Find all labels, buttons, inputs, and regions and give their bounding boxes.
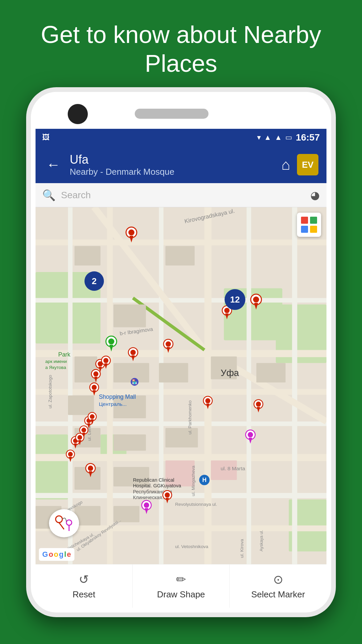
status-left: 🖼 — [42, 133, 50, 142]
search-bar: 🔍 Search ◕ — [36, 183, 326, 207]
app-bar-title: Ufa Nearby - Denmark Mosque — [70, 153, 275, 177]
pin-btm-5[interactable] — [75, 432, 84, 445]
headline: Get to know about Nearby Places — [0, 20, 362, 78]
draw-shape-icon: ✏ — [176, 573, 186, 587]
svg-rect-25 — [114, 305, 146, 327]
reset-button[interactable]: ↺ Reset — [36, 565, 133, 608]
svg-text:ul. Parkhomenko: ul. Parkhomenko — [187, 400, 192, 435]
svg-point-130 — [88, 466, 93, 471]
svg-point-76 — [253, 297, 259, 303]
routes-legend[interactable] — [49, 509, 79, 537]
reset-icon: ↺ — [79, 573, 89, 587]
pin-cluster-c[interactable] — [91, 368, 101, 382]
pin-purple-1[interactable] — [245, 429, 256, 444]
svg-point-127 — [68, 452, 73, 457]
svg-marker-74 — [129, 236, 133, 243]
select-marker-button[interactable]: ⊙ Select Marker — [230, 565, 326, 608]
grid-button[interactable] — [297, 213, 321, 237]
svg-marker-116 — [90, 419, 94, 425]
svg-marker-86 — [131, 355, 135, 361]
svg-point-79 — [224, 308, 230, 313]
svg-rect-19 — [247, 207, 251, 564]
pin-btm-marker[interactable] — [85, 462, 96, 477]
svg-point-85 — [130, 350, 136, 355]
svg-point-140 — [66, 520, 72, 525]
wifi-icon: ▾ — [257, 133, 261, 142]
phone-frame: 🖼 ▾ ▲ ▲ ▭ 16:57 ← Ufa Nearby - Denmark M… — [26, 87, 336, 617]
svg-text:Централь...: Централь... — [99, 401, 127, 407]
cluster-badge-2[interactable]: 2 — [84, 271, 104, 291]
svg-marker-128 — [69, 457, 72, 462]
svg-rect-28 — [114, 363, 149, 382]
svg-marker-89 — [109, 345, 113, 352]
home-button[interactable]: ⌂ — [281, 156, 290, 173]
pin-btm-6[interactable] — [66, 449, 75, 462]
pin-2[interactable] — [163, 338, 174, 353]
svg-text:ul. Mingazheva: ul. Mingazheva — [191, 466, 196, 496]
svg-text:Shopping Mall: Shopping Mall — [99, 393, 136, 400]
svg-text:Hospital. GGKuyatova: Hospital. GGKuyatova — [133, 483, 182, 488]
signal-icon-2: ▲ — [275, 133, 282, 142]
svg-point-109 — [248, 432, 253, 437]
svg-rect-33 — [256, 363, 286, 382]
svg-rect-18 — [204, 207, 212, 564]
cluster-badge-12[interactable]: 12 — [225, 289, 245, 310]
back-button[interactable]: ← — [44, 154, 63, 175]
svg-point-138 — [56, 516, 62, 523]
svg-rect-14 — [36, 526, 326, 531]
svg-rect-35 — [114, 434, 146, 450]
svg-marker-110 — [249, 438, 252, 444]
speaker — [135, 109, 208, 119]
reset-label: Reset — [72, 589, 95, 600]
svg-text:ul. Kirova: ul. Kirova — [239, 539, 244, 558]
svg-rect-17 — [159, 207, 164, 564]
grid-dot-blue — [301, 226, 308, 233]
svg-marker-95 — [104, 363, 108, 369]
svg-text:а Якутова: а Якутова — [45, 365, 66, 370]
svg-text:Ayskaya ul.: Ayskaya ul. — [259, 530, 264, 551]
pin-top-center[interactable] — [125, 226, 137, 243]
svg-rect-20 — [292, 207, 297, 564]
location-button[interactable]: ◕ — [310, 189, 320, 202]
svg-point-115 — [90, 414, 95, 419]
svg-point-136 — [144, 502, 149, 508]
svg-marker-137 — [145, 508, 148, 514]
svg-rect-13 — [36, 493, 326, 498]
pin-far-btm-1[interactable] — [162, 489, 172, 504]
pin-cluster-top[interactable] — [250, 293, 262, 310]
svg-rect-24 — [74, 246, 101, 265]
google-logo: Google — [39, 548, 74, 561]
pin-lower-2[interactable] — [203, 395, 213, 409]
app-bar: ← Ufa Nearby - Denmark Mosque ⌂ EV — [36, 146, 326, 183]
pin-purple-btm[interactable] — [141, 499, 152, 514]
svg-text:H: H — [202, 477, 206, 483]
status-right: ▾ ▲ ▲ ▭ 16:57 — [257, 132, 320, 143]
status-bar: 🖼 ▾ ▲ ▲ ▭ 16:57 — [36, 129, 326, 146]
svg-text:🏪: 🏪 — [132, 379, 137, 385]
signal-icon: ▲ — [264, 133, 272, 142]
svg-text:Republican Clinical: Republican Clinical — [133, 477, 174, 483]
svg-marker-83 — [167, 347, 170, 353]
battery-icon: ▭ — [285, 133, 292, 142]
svg-point-133 — [165, 492, 170, 497]
search-icon: 🔍 — [42, 189, 56, 202]
svg-point-94 — [104, 358, 109, 363]
svg-point-106 — [256, 401, 261, 407]
ev-label: EV — [302, 160, 314, 170]
svg-text:ul. 8 Marta: ul. 8 Marta — [221, 466, 245, 471]
pin-green[interactable] — [105, 335, 117, 352]
svg-rect-9 — [36, 350, 326, 357]
grid-dot-red — [301, 217, 308, 224]
svg-marker-107 — [257, 407, 260, 413]
svg-point-103 — [205, 398, 210, 403]
pin-cluster-b[interactable] — [101, 355, 111, 369]
svg-marker-134 — [166, 498, 169, 503]
ev-badge[interactable]: EV — [297, 154, 318, 175]
pin-btm-2[interactable] — [87, 411, 97, 425]
draw-shape-button[interactable]: ✏ Draw Shape — [133, 565, 230, 608]
search-input[interactable]: Search — [61, 190, 305, 201]
pin-lower-3[interactable] — [253, 398, 263, 413]
map-area[interactable]: Kirovogradskaya ul. b-r Ibragimova ul. Z… — [36, 207, 326, 564]
pin-lower-1[interactable] — [89, 382, 99, 396]
pin-3[interactable] — [128, 346, 138, 361]
